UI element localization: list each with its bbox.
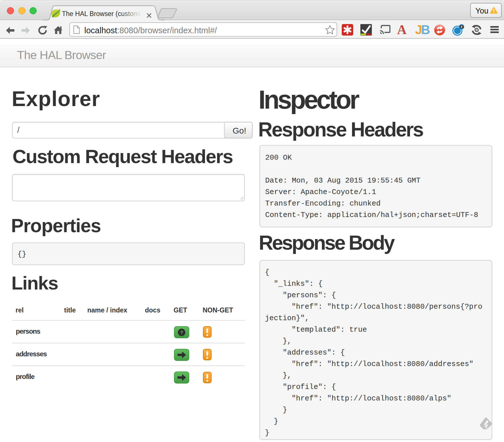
svg-text:?: ? xyxy=(180,330,183,335)
